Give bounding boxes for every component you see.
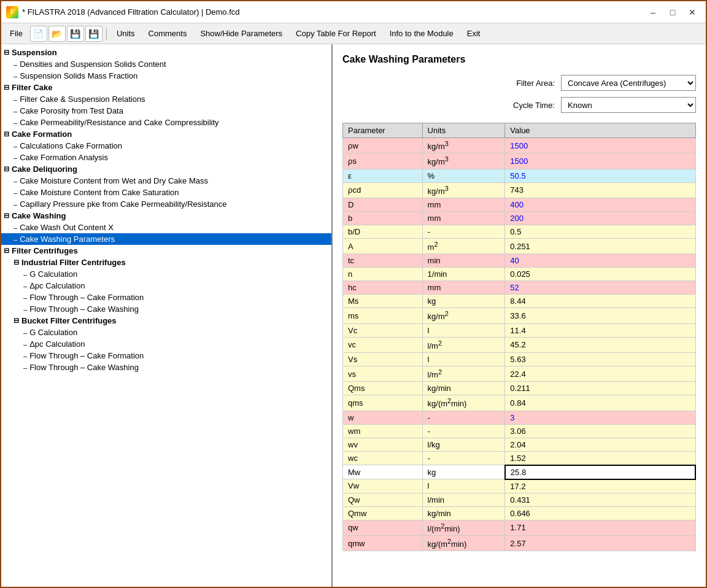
tree-fc-relations[interactable]: – Filter Cake & Suspension Relations: [1, 93, 331, 105]
value-cell: 0.025: [505, 268, 695, 281]
table-row: wc-1.52: [343, 451, 696, 465]
menu-file[interactable]: File: [4, 26, 29, 41]
value-cell: 45.2: [505, 337, 695, 352]
table-row: vsl/m222.4: [343, 366, 696, 381]
tree-ind-flow-washing[interactable]: – Flow Through – Cake Washing: [1, 303, 331, 315]
units-cell: -: [422, 225, 505, 238]
expand-icon: ⊟: [4, 247, 9, 255]
param-cell: Vw: [343, 479, 423, 493]
filter-controls: Filter Area: Concave Area (Centrifuges) …: [342, 75, 696, 113]
units-cell: l: [422, 352, 505, 366]
menu-exit[interactable]: Exit: [461, 26, 487, 41]
table-row: n1/min0.025: [343, 268, 696, 281]
value-cell: 33.6: [505, 308, 695, 323]
main-window: F * FILASTRA 2018 (Advanced Filtration C…: [0, 0, 707, 588]
tree-cd-wet-dry[interactable]: – Cake Moisture Content from Wet and Dry…: [1, 175, 331, 187]
menu-info[interactable]: Info to the Module: [384, 26, 460, 41]
cycle-time-select[interactable]: Known Unknown: [561, 97, 696, 113]
table-row: Vwl17.2: [343, 479, 696, 493]
param-cell: ρs: [343, 153, 423, 169]
param-cell: vs: [343, 366, 423, 381]
tree-cake-formation[interactable]: ⊟ Cake Formation: [1, 128, 331, 140]
menu-show-hide[interactable]: Show/Hide Parameters: [194, 26, 288, 41]
tree-bucket[interactable]: ⊟ Bucket Filter Centrifuges: [1, 315, 331, 327]
window-title: * FILASTRA 2018 (Advanced Filtration Cal…: [22, 7, 240, 17]
table-row: qmwkg/(m2min)2.57: [343, 535, 696, 551]
tree-fc-permeability[interactable]: – Cake Permeability/Resistance and Cake …: [1, 117, 331, 128]
leaf-icon: –: [14, 107, 17, 115]
filter-area-row: Filter Area: Concave Area (Centrifuges) …: [493, 75, 696, 91]
units-cell: kg/m3: [422, 153, 505, 169]
maximize-button[interactable]: □: [664, 6, 681, 19]
param-cell: A: [343, 238, 423, 253]
param-cell: Qms: [343, 382, 423, 395]
units-cell: mm: [422, 211, 505, 225]
tree-filter-centrifuges[interactable]: ⊟ Filter Centrifuges: [1, 245, 331, 257]
tree-cw-parameters[interactable]: – Cake Washing Parameters: [1, 233, 331, 245]
param-cell: ρcd: [343, 182, 423, 198]
tree-suspension-mass[interactable]: – Suspension Solids Mass Fraction: [1, 70, 331, 82]
units-cell: mm: [422, 198, 505, 211]
tree-cf-calculations[interactable]: – Calculations Cake Formation: [1, 140, 331, 152]
menu-comments[interactable]: Comments: [142, 26, 193, 41]
param-cell: w: [343, 411, 423, 424]
close-button[interactable]: ✕: [684, 6, 701, 19]
filter-area-select[interactable]: Concave Area (Centrifuges) Flat Area Oth…: [561, 75, 696, 91]
tree-ind-flow-formation[interactable]: – Flow Through – Cake Formation: [1, 292, 331, 303]
menu-units[interactable]: Units: [110, 26, 141, 41]
table-row: wvl/kg2.04: [343, 438, 696, 451]
table-row: Am20.251: [343, 238, 696, 253]
toolbar-saveas[interactable]: 💾: [85, 26, 102, 42]
value-cell: 0.84: [505, 395, 695, 411]
value-input[interactable]: [511, 468, 690, 477]
units-cell: kg/m3: [422, 138, 505, 153]
menubar: File 📄 📂 💾 💾 Units Comments Show/Hide Pa…: [1, 23, 706, 44]
tree-bkt-dpc[interactable]: – Δpc Calculation: [1, 338, 331, 350]
value-cell: 0.251: [505, 238, 695, 253]
value-cell: 5.63: [505, 352, 695, 366]
param-cell: Qmw: [343, 506, 423, 520]
units-cell: m2: [422, 238, 505, 253]
tree-densities[interactable]: – Densities and Suspension Solids Conten…: [1, 58, 331, 70]
leaf-icon: –: [23, 271, 27, 278]
value-cell: 0.431: [505, 493, 695, 506]
value-cell: 2.57: [505, 535, 695, 551]
value-cell[interactable]: [505, 465, 695, 479]
tree-cake-washing[interactable]: ⊟ Cake Washing: [1, 210, 331, 222]
tree-industrial[interactable]: ⊟ Industrial Filter Centrifuges: [1, 257, 331, 268]
minimize-button[interactable]: –: [644, 6, 662, 19]
tree-filter-cake[interactable]: ⊟ Filter Cake: [1, 82, 331, 93]
param-cell: Vc: [343, 323, 423, 337]
tree-cd-capillary[interactable]: – Capillary Pressure pke from Cake Perme…: [1, 198, 331, 210]
toolbar-save[interactable]: 💾: [67, 26, 84, 42]
param-cell: wv: [343, 438, 423, 451]
leaf-icon: –: [23, 282, 27, 290]
tree-cake-deliquoring[interactable]: ⊟ Cake Deliquoring: [1, 163, 331, 175]
param-cell: ε: [343, 169, 423, 182]
toolbar-open[interactable]: 📂: [48, 26, 66, 42]
tree-suspension[interactable]: ⊟ Suspension: [1, 47, 331, 58]
cycle-time-row: Cycle Time: Known Unknown: [493, 97, 696, 113]
tree-cd-saturation[interactable]: – Cake Moisture Content from Cake Satura…: [1, 187, 331, 198]
table-row: hcmm52: [343, 281, 696, 295]
tree-fc-porosity[interactable]: – Cake Porosity from Test Data: [1, 105, 331, 117]
menu-copy-table[interactable]: Copy Table For Report: [290, 26, 382, 41]
value-cell: 17.2: [505, 479, 695, 493]
units-cell: l: [422, 479, 505, 493]
tree-cf-analysis[interactable]: – Cake Formation Analysis: [1, 152, 331, 163]
value-cell: 400: [505, 198, 695, 211]
param-cell: vc: [343, 337, 423, 352]
param-cell: Ms: [343, 295, 423, 308]
leaf-icon: –: [14, 142, 17, 150]
units-cell: kg/(m2min): [422, 395, 505, 411]
tree-cw-washout[interactable]: – Cake Wash Out Content X: [1, 222, 331, 233]
tree-ind-g[interactable]: – G Calculation: [1, 268, 331, 280]
cycle-time-label: Cycle Time:: [493, 101, 555, 110]
value-cell: 50.5: [505, 169, 695, 182]
tree-bkt-g[interactable]: – G Calculation: [1, 327, 331, 338]
tree-ind-dpc[interactable]: – Δpc Calculation: [1, 280, 331, 292]
tree-bkt-flow-formation[interactable]: – Flow Through – Cake Formation: [1, 350, 331, 362]
toolbar-new[interactable]: 📄: [30, 26, 47, 42]
tree-bkt-flow-washing[interactable]: – Flow Through – Cake Washing: [1, 362, 331, 373]
expand-icon: ⊟: [14, 258, 19, 266]
